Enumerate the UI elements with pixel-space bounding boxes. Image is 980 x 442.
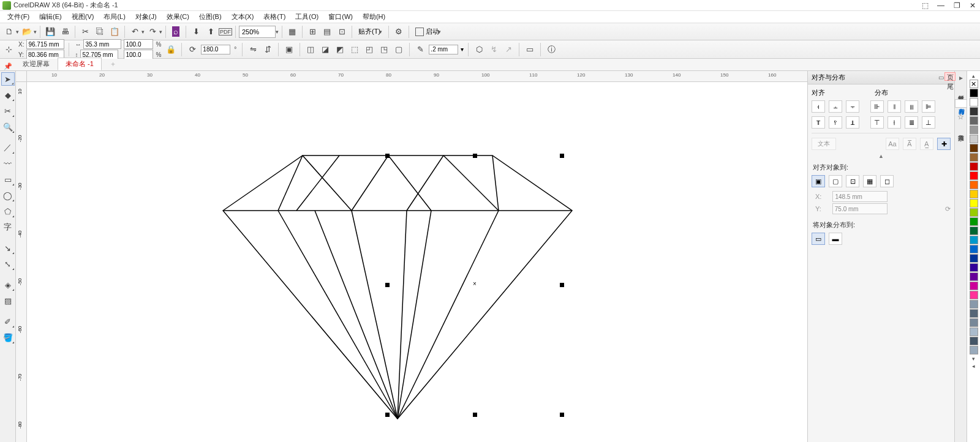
mirror-v-button[interactable]: ⇵ [262,43,274,56]
weld-button[interactable]: ◫ [304,43,317,56]
front-minus-back-button[interactable]: ◰ [363,43,375,56]
color-swatch[interactable] [970,199,978,208]
menu-help[interactable]: 帮助(H) [358,11,390,23]
color-swatch[interactable] [970,153,978,162]
dist-bottom-button[interactable]: ⊥ [922,116,935,129]
artistic-tool[interactable]: 〰 [1,157,15,170]
color-swatch[interactable] [970,162,978,171]
vertical-ruler[interactable]: 10-20-30-40-50-60-70-80 [16,82,27,442]
copy-button[interactable]: ⿻ [93,25,107,39]
dist-right-button[interactable]: ⊫ [922,100,935,113]
color-swatch[interactable] [970,291,978,299]
align-to-point-button[interactable]: ◻ [880,175,894,187]
dist-center-h-button[interactable]: ⫴ [888,100,901,113]
color-swatch[interactable] [970,107,978,116]
width-field[interactable] [83,39,121,49]
align-x-field[interactable] [832,191,888,202]
snap-button[interactable]: 贴齐(T) ▾ [355,25,385,39]
color-swatch[interactable] [970,328,978,336]
dist-to-page-button[interactable]: ▬ [829,233,842,245]
color-swatch[interactable] [970,300,978,309]
color-swatch[interactable] [970,89,978,97]
menu-table[interactable]: 表格(T) [258,11,290,23]
color-swatch[interactable] [970,144,978,152]
search-button[interactable]: ⌕ [169,25,183,39]
import-button[interactable]: ⬇ [189,25,203,39]
window-extra-button[interactable]: ⬚ [920,1,930,10]
sel-handle-tr[interactable] [560,154,564,158]
color-swatch[interactable] [970,135,978,143]
mirror-h-button[interactable]: ⇋ [247,43,259,56]
tab-document[interactable]: 未命名 -1 [58,58,102,70]
align-y-field[interactable] [832,203,888,214]
color-swatch[interactable] [970,181,978,189]
menu-text[interactable]: 文本(X) [227,11,259,23]
sel-handle-mr[interactable] [560,283,564,287]
fullscreen-button[interactable]: ▦ [285,25,299,39]
menu-edit[interactable]: 编辑(E) [34,11,67,23]
diamond-shape[interactable] [217,149,578,425]
palette-flyout-icon[interactable]: ◂ [972,363,975,369]
scale-x-field[interactable] [124,39,153,49]
horizontal-ruler[interactable]: 1020304050607080901001101201301401501601… [27,71,807,82]
dist-spacing-h-button[interactable]: ⫼ [905,100,918,113]
collapse-chevron[interactable]: ▲ [812,152,951,160]
color-swatch[interactable] [970,116,978,125]
color-swatch[interactable] [970,171,978,180]
dist-center-v-button[interactable]: ⫲ [888,116,901,129]
docker-title-bar[interactable]: 对齐与分布 ▭▸ [808,71,954,84]
color-swatch[interactable] [970,272,978,281]
sel-center[interactable]: × [473,280,477,287]
no-fill-swatch[interactable]: ✕ [970,80,978,88]
color-swatch[interactable] [970,217,978,226]
dock-add-icon[interactable]: ▸ [959,73,963,82]
align-bottom-button[interactable]: ⫫ [846,116,859,129]
menu-tools[interactable]: 工具(O) [290,11,323,23]
star-icon[interactable]: ☆ [957,113,964,121]
window-minimize-button[interactable]: — [936,1,946,10]
boundary-button[interactable]: ▢ [393,43,405,56]
rectangle-tool[interactable]: ▭ [1,173,15,186]
tab-add[interactable]: ＋ [102,58,124,70]
zoom-field[interactable] [239,26,276,38]
export-button[interactable]: ⬆ [204,25,217,39]
menu-effects[interactable]: 效果(C) [162,11,194,23]
color-swatch[interactable] [970,254,978,263]
wrap-button[interactable]: ⬡ [473,43,485,56]
menu-object[interactable]: 对象(J) [130,11,162,23]
docker-expand-icon[interactable]: ▭ [938,74,944,81]
crop-tool[interactable]: ✂ [1,104,15,118]
color-swatch[interactable] [970,227,978,235]
color-swatch[interactable] [970,208,978,217]
align-center-v-button[interactable]: ⫯ [829,116,842,129]
tab-welcome[interactable]: 欢迎屏幕 [15,58,58,70]
refresh-icon[interactable]: ⟳ [945,205,951,213]
freehand-tool[interactable]: ／ [1,141,15,154]
save-button[interactable]: 💾 [43,25,57,39]
dist-spacing-v-button[interactable]: ≣ [905,116,918,129]
color-swatch[interactable] [970,282,978,290]
cut-button[interactable]: ✂ [78,25,92,39]
launch-button[interactable]: 启动 ▾ [412,25,444,39]
scale-y-field[interactable] [124,50,153,59]
shape-tool[interactable]: ◆ [1,88,15,102]
align-to-grid-button[interactable]: ▦ [863,175,876,187]
trim-button[interactable]: ◪ [319,43,331,56]
paste-button[interactable]: 📋 [108,25,121,39]
align-right-button[interactable]: ⫟ [846,100,859,113]
color-swatch[interactable] [970,98,978,107]
menu-file[interactable]: 文件(F) [2,11,34,23]
guides-button[interactable]: ▤ [320,25,334,39]
align-left-button[interactable]: ⫞ [812,100,825,113]
outline-option-button[interactable]: ✚ [937,138,951,150]
sel-handle-bm[interactable] [473,413,477,417]
dist-top-button[interactable]: ⊤ [870,116,884,129]
pick-tool[interactable]: ➤ [1,72,15,86]
polygon-tool[interactable]: ⬠ [1,204,15,218]
sel-handle-br[interactable] [560,413,564,417]
pin-icon[interactable]: 📌 [4,62,12,70]
back-minus-front-button[interactable]: ◳ [378,43,390,56]
menu-window[interactable]: 窗口(W) [323,11,358,23]
color-swatch[interactable] [970,263,978,272]
sel-handle-tm[interactable] [473,154,477,158]
